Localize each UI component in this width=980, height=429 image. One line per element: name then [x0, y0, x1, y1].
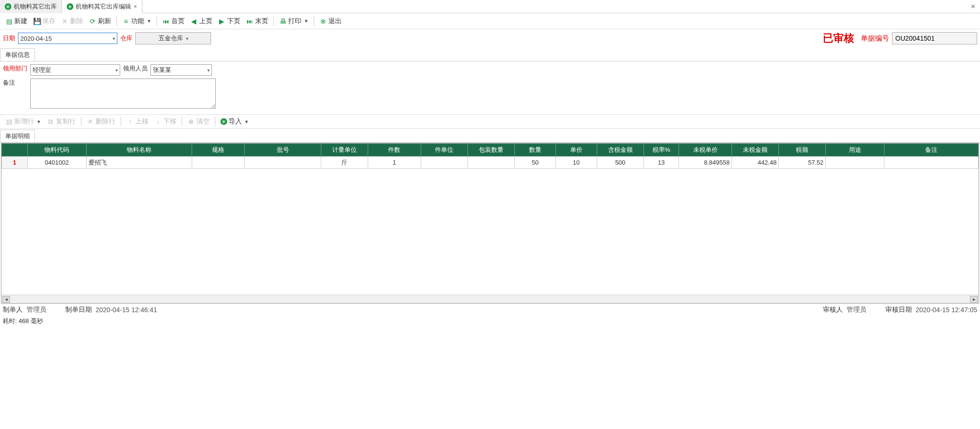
copy-row-button: ⧉复制行 [44, 116, 78, 127]
next-icon: ▶ [218, 18, 226, 25]
cell-price-notax[interactable]: 8.849558 [679, 157, 732, 169]
save-icon: 💾 [33, 18, 41, 25]
chevron-down-icon: ▼ [147, 18, 151, 24]
create-date-value: 2020-04-15 12:46:41 [96, 306, 157, 314]
cell-pcunit[interactable] [421, 157, 468, 169]
scroll-left-icon[interactable]: ◂ [2, 296, 10, 303]
cell-price[interactable]: 10 [556, 157, 597, 169]
cell-unit[interactable]: 斤 [321, 157, 368, 169]
close-icon[interactable]: × [133, 3, 137, 10]
cell-qty[interactable]: 50 [515, 157, 556, 169]
detail-tab[interactable]: 单据明细 [0, 130, 35, 142]
detail-grid: 物料代码 物料名称 规格 批号 计量单位 件数 件单位 包装数量 数量 单价 含… [1, 143, 979, 169]
col-pack[interactable]: 包装数量 [468, 144, 514, 157]
exit-icon: ⊗ [319, 18, 327, 25]
scroll-right-icon[interactable]: ▸ [970, 296, 978, 303]
chevron-down-icon: ▾ [113, 36, 115, 41]
separator [157, 17, 157, 26]
delete-row-button: ✕删除行 [84, 116, 118, 127]
refresh-button[interactable]: ⟳刷新 [87, 16, 114, 26]
delete-button: ✕删除 [59, 16, 86, 26]
footer: 制单人管理员 制单日期2020-04-15 12:46:41 审核人管理员 审核… [0, 304, 980, 316]
cell-taxrate[interactable]: 13 [644, 157, 679, 169]
chevron-down-icon: ▼ [36, 119, 41, 124]
next-page-button[interactable]: ▶下页 [216, 16, 243, 26]
chevron-down-icon: ▾ [207, 68, 210, 73]
cell-rownum: 1 [2, 157, 28, 169]
cell-remark[interactable] [884, 157, 979, 169]
cell-batch[interactable] [245, 157, 321, 169]
chevron-down-icon: ▾ [186, 36, 188, 41]
save-button: 💾保存 [31, 16, 58, 26]
col-usage[interactable]: 用途 [826, 144, 884, 157]
person-select[interactable]: 张某某 ▾ [150, 64, 212, 76]
col-pcunit[interactable]: 件单位 [421, 144, 468, 157]
cell-amt-tax[interactable]: 500 [597, 157, 644, 169]
refresh-icon: ⟳ [89, 18, 97, 25]
cell-code[interactable]: 0401002 [27, 157, 86, 169]
remark-input[interactable] [30, 79, 216, 109]
cell-pack[interactable] [468, 157, 514, 169]
doc-info-tab[interactable]: 单据信息 [0, 48, 35, 61]
cell-usage[interactable] [826, 157, 884, 169]
table-row[interactable]: 1 0401002 爱招飞 斤 1 50 10 500 13 8.849558 … [2, 157, 979, 169]
first-page-button[interactable]: ⏮首页 [160, 16, 187, 26]
create-date-label: 制单日期 [65, 306, 92, 314]
close-all-icon[interactable]: × [971, 2, 975, 11]
last-page-button[interactable]: ⏭末页 [244, 16, 271, 26]
horizontal-scrollbar[interactable]: ◂ ▸ [1, 295, 979, 303]
grid-header-row: 物料代码 物料名称 规格 批号 计量单位 件数 件单位 包装数量 数量 单价 含… [2, 144, 979, 157]
delete-icon: ✕ [87, 118, 94, 125]
dept-label: 领用部门 [3, 64, 27, 73]
copy-icon: ⧉ [47, 118, 54, 125]
separator [81, 117, 81, 126]
col-price-notax[interactable]: 未税单价 [679, 144, 732, 157]
docno-label: 单据编号 [861, 34, 889, 43]
move-up-button: ↑上移 [124, 116, 151, 127]
down-icon: ↓ [154, 118, 162, 125]
prev-page-button[interactable]: ◀上页 [188, 16, 215, 26]
col-remark[interactable]: 备注 [884, 144, 979, 157]
col-amt-tax[interactable]: 含税金额 [597, 144, 644, 157]
status-bar: 耗时: 468 毫秒 [0, 316, 980, 326]
col-amt-notax[interactable]: 未税金额 [732, 144, 778, 157]
date-input[interactable]: 2020-04-15 ▾ [18, 33, 117, 44]
docno-input[interactable] [892, 32, 977, 44]
dept-select[interactable]: 经理室 ▾ [30, 64, 120, 76]
tab-list-view[interactable]: ⊕ 机物料其它出库 [0, 0, 62, 13]
cell-pcs[interactable]: 1 [368, 157, 421, 169]
col-price[interactable]: 单价 [556, 144, 597, 157]
chevron-down-icon: ▼ [244, 119, 249, 124]
col-unit[interactable]: 计量单位 [321, 144, 368, 157]
col-taxrate[interactable]: 税率% [644, 144, 679, 157]
col-spec[interactable]: 规格 [192, 144, 245, 157]
cell-amt-notax[interactable]: 442.48 [732, 157, 778, 169]
doc-info-form: 领用部门 经理室 ▾ 领用人员 张某某 ▾ 备注 [0, 61, 980, 114]
list-icon: ≡ [122, 18, 130, 25]
date-label: 日期 [3, 34, 15, 43]
chevron-down-icon: ▾ [115, 68, 118, 73]
print-icon: 🖶 [279, 18, 287, 25]
col-rownum[interactable] [2, 144, 28, 157]
col-pcs[interactable]: 件数 [368, 144, 421, 157]
col-qty[interactable]: 数量 [515, 144, 556, 157]
clear-button: ⊗清空 [185, 116, 212, 127]
exit-button[interactable]: ⊗退出 [317, 16, 344, 26]
grid-scroll[interactable]: 物料代码 物料名称 规格 批号 计量单位 件数 件单位 包装数量 数量 单价 含… [1, 143, 979, 295]
cell-tax[interactable]: 57.52 [779, 157, 826, 169]
warehouse-select[interactable]: 五金仓库 ▾ [135, 32, 211, 44]
warehouse-label: 仓库 [120, 34, 132, 43]
cell-name[interactable]: 爱招飞 [86, 157, 192, 169]
cell-spec[interactable] [192, 157, 245, 169]
col-name[interactable]: 物料名称 [86, 144, 192, 157]
col-batch[interactable]: 批号 [245, 144, 321, 157]
new-button[interactable]: ▤新建 [3, 16, 30, 26]
function-button[interactable]: ≡功能▼ [120, 16, 154, 26]
audit-date-label: 审核日期 [885, 306, 912, 314]
tab-edit-view[interactable]: ⊕ 机物料其它出库编辑 × [62, 0, 142, 13]
col-tax[interactable]: 税额 [779, 144, 826, 157]
print-button[interactable]: 🖶打印▼ [277, 16, 311, 26]
import-button[interactable]: ⊕导入▼ [218, 116, 251, 127]
col-code[interactable]: 物料代码 [27, 144, 86, 157]
separator [274, 17, 274, 26]
